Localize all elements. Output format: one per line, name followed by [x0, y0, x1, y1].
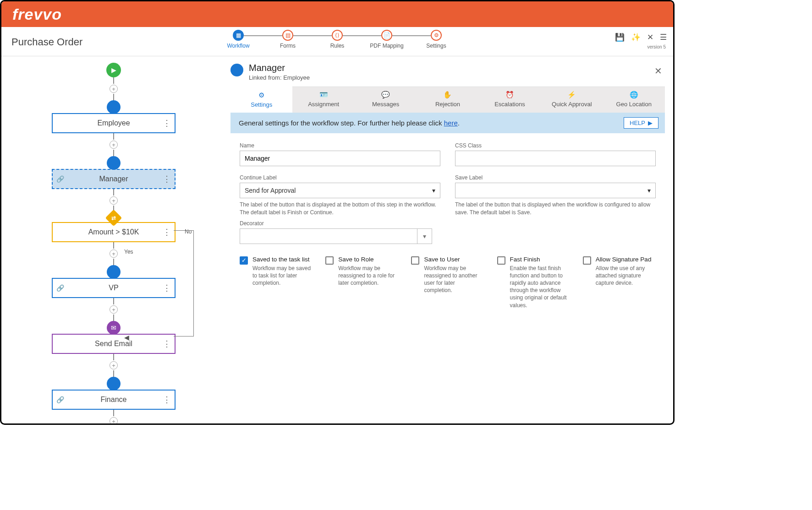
- continue-label-select[interactable]: Send for Approval ▾: [240, 183, 440, 198]
- workflow-icon: ▦: [233, 30, 244, 41]
- email-icon: ✉: [107, 321, 121, 335]
- person-icon: 👤: [107, 265, 121, 279]
- header: Purchase Order ▦ Workflow ▤ Forms ⟨⟩ Rul…: [1, 27, 673, 56]
- link-icon: 🔗: [56, 396, 64, 403]
- continue-hint: The label of the button that is displaye…: [240, 201, 440, 217]
- save-label-select[interactable]: ▾: [455, 183, 656, 198]
- step-vp[interactable]: 🔗 VP ⋮: [52, 278, 176, 298]
- step-send-email[interactable]: Send Email ⋮: [52, 334, 176, 354]
- brand-logo: frevvo: [12, 5, 62, 23]
- tab-escalations[interactable]: ⏰Escalations: [479, 87, 541, 113]
- kebab-icon[interactable]: ⋮: [163, 174, 171, 184]
- person-icon: 👤: [230, 64, 243, 76]
- step-employee[interactable]: Employee ⋮: [52, 113, 176, 133]
- page-title: Purchase Order: [1, 27, 194, 48]
- branch-yes-label: Yes: [124, 249, 133, 255]
- tab-geo-location[interactable]: 🌐Geo Location: [603, 87, 665, 113]
- start-node[interactable]: ▶: [106, 63, 121, 77]
- check-allow-signature-pad[interactable]: Allow Signature PadAllow the use of any …: [583, 256, 656, 287]
- kebab-icon[interactable]: ⋮: [163, 339, 171, 349]
- link-icon: 🔗: [56, 284, 64, 292]
- checkbox-icon[interactable]: ✓: [240, 256, 248, 265]
- step-finance[interactable]: 🔗 Finance ⋮: [52, 390, 176, 410]
- checkbox-icon[interactable]: [325, 256, 334, 265]
- add-step-button[interactable]: +: [110, 141, 118, 149]
- continue-label-label: Continue Label: [240, 174, 440, 181]
- add-step-button[interactable]: +: [110, 361, 118, 369]
- add-step-button[interactable]: +: [110, 417, 118, 423]
- check-save-to-user[interactable]: Save to UserWorkflow may be reassigned t…: [411, 256, 484, 294]
- gear-icon: ⚙: [431, 30, 442, 41]
- panel-tabs: ⚙Settings 🪪Assignment 💬Messages ✋Rejecti…: [230, 87, 665, 113]
- properties-panel: 👤 Manager Linked from: Employee ✕ ⚙Setti…: [226, 56, 673, 423]
- kebab-icon[interactable]: ⋮: [163, 395, 171, 405]
- check-save-to-role[interactable]: Save to RoleWorkflow may be reassigned t…: [325, 256, 398, 287]
- version-label: version 5: [647, 44, 666, 49]
- person-icon: 👤: [107, 377, 121, 391]
- hand-icon: ✋: [443, 91, 452, 99]
- stepnav-settings[interactable]: ⚙ Settings: [411, 30, 461, 49]
- forms-icon: ▤: [282, 30, 293, 41]
- checkbox-icon[interactable]: [497, 256, 505, 265]
- tab-assignment[interactable]: 🪪Assignment: [292, 87, 354, 113]
- chevron-down-icon: ▾: [417, 229, 432, 244]
- pdf-icon: 📄: [381, 30, 392, 41]
- person-icon: 👤: [107, 100, 121, 114]
- top-bar: frevvo: [1, 1, 673, 27]
- close-icon[interactable]: ✕: [647, 33, 653, 42]
- tab-quick-approval[interactable]: ⚡Quick Approval: [541, 87, 603, 113]
- help-link[interactable]: here: [444, 119, 458, 127]
- save-label-label: Save Label: [455, 174, 656, 181]
- play-icon: ▶: [648, 119, 653, 126]
- check-saved-task-list[interactable]: ✓ Saved to the task listWorkflow may be …: [240, 256, 313, 287]
- panel-subtitle: Linked from: Employee: [249, 74, 310, 81]
- globe-icon: 🌐: [630, 91, 638, 99]
- hamburger-icon[interactable]: ☰: [660, 33, 667, 42]
- stepnav-rules[interactable]: ⟨⟩ Rules: [313, 30, 362, 49]
- workflow-canvas[interactable]: ▶ + 👤 Employee ⋮ + 👤 🔗 Manager: [1, 56, 226, 423]
- kebab-icon[interactable]: ⋮: [163, 118, 171, 128]
- person-icon: 👤: [107, 156, 121, 170]
- tab-messages[interactable]: 💬Messages: [355, 87, 417, 113]
- clock-icon: ⏰: [505, 91, 514, 99]
- wand-icon[interactable]: ✨: [631, 33, 641, 42]
- rules-icon: ⟨⟩: [332, 30, 343, 41]
- decorator-label: Decorator: [240, 220, 656, 227]
- bolt-icon: ⚡: [567, 91, 576, 99]
- name-input[interactable]: [240, 151, 440, 166]
- chevron-down-icon: ▾: [647, 187, 651, 194]
- branch-no-label: No: [185, 228, 192, 235]
- card-icon: 🪪: [319, 91, 328, 99]
- close-panel-button[interactable]: ✕: [654, 65, 662, 76]
- checkbox-icon[interactable]: [411, 256, 419, 265]
- header-actions: 💾 ✨ ✕ ☰ version 5: [615, 33, 667, 42]
- add-step-button[interactable]: +: [110, 305, 118, 314]
- kebab-icon[interactable]: ⋮: [163, 227, 171, 237]
- chevron-down-icon: ▾: [432, 187, 435, 194]
- add-step-button[interactable]: +: [110, 85, 118, 93]
- name-label: Name: [240, 142, 440, 149]
- stepnav-workflow[interactable]: ▦ Workflow: [214, 30, 263, 49]
- checkbox-icon[interactable]: [583, 256, 591, 265]
- info-banner: General settings for the workflow step. …: [230, 113, 665, 133]
- arrow-icon: ◀: [124, 334, 129, 341]
- tab-rejection[interactable]: ✋Rejection: [417, 87, 478, 113]
- add-step-button[interactable]: +: [110, 250, 118, 258]
- tab-settings[interactable]: ⚙Settings: [230, 87, 292, 113]
- gear-icon: ⚙: [258, 91, 264, 99]
- link-icon: 🔗: [56, 175, 64, 183]
- panel-title: Manager: [249, 63, 310, 73]
- chat-icon: 💬: [381, 91, 390, 99]
- save-icon[interactable]: 💾: [615, 33, 625, 42]
- kebab-icon[interactable]: ⋮: [163, 283, 171, 293]
- stepnav-forms[interactable]: ▤ Forms: [263, 30, 313, 49]
- add-step-button[interactable]: +: [110, 196, 118, 205]
- check-fast-finish[interactable]: Fast FinishEnable the fast finish functi…: [497, 256, 570, 309]
- decorator-select[interactable]: ▾: [240, 228, 432, 244]
- css-class-input[interactable]: [455, 151, 656, 166]
- step-nav: ▦ Workflow ▤ Forms ⟨⟩ Rules 📄 PDF Mappin…: [214, 30, 461, 49]
- stepnav-pdf[interactable]: 📄 PDF Mapping: [362, 30, 411, 49]
- css-class-label: CSS Class: [455, 142, 656, 149]
- step-manager[interactable]: 🔗 Manager ⋮: [52, 169, 176, 189]
- help-button[interactable]: HELP ▶: [624, 117, 658, 129]
